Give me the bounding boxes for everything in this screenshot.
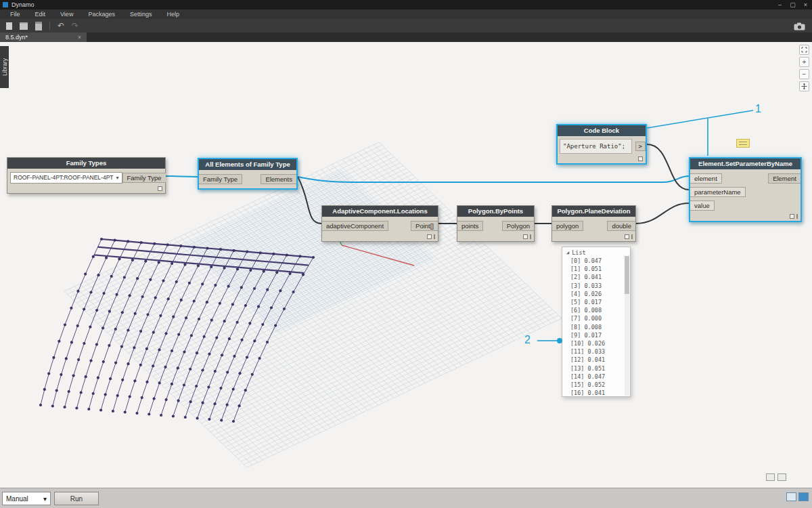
list-row: [5] 0.017 bbox=[562, 298, 630, 306]
library-label: Library bbox=[1, 58, 8, 76]
lacing-icon[interactable] bbox=[625, 234, 629, 239]
expander-icon[interactable]: ◢ bbox=[566, 250, 569, 255]
list-row: [13] 0.051 bbox=[562, 364, 630, 373]
geometry-preview-icon[interactable] bbox=[777, 473, 786, 481]
workspace-tab[interactable]: 8.5.dyn* × bbox=[0, 33, 87, 42]
node-code-block[interactable]: Code Block "Aperture Ratio"; > bbox=[556, 124, 647, 165]
geometry-view-icon[interactable] bbox=[786, 492, 796, 501]
menu-edit[interactable]: Edit bbox=[28, 9, 53, 19]
list-row: [2] 0.041 bbox=[562, 273, 630, 281]
save-icon[interactable] bbox=[35, 22, 42, 30]
run-bar: Manual ▾ Run bbox=[0, 488, 812, 508]
port-out-double[interactable]: double bbox=[607, 221, 635, 231]
menu-bar: File Edit View Packages Settings Help bbox=[0, 9, 812, 19]
menu-help[interactable]: Help bbox=[159, 9, 187, 19]
canvas[interactable] bbox=[0, 42, 812, 488]
node-polygon-planedeviation[interactable]: Polygon.PlaneDeviation polygon double bbox=[551, 205, 636, 242]
pin-icon bbox=[434, 234, 435, 239]
menu-file[interactable]: File bbox=[3, 9, 28, 19]
toolbar: ↶ ↷ bbox=[0, 19, 812, 33]
port-in-points[interactable]: points bbox=[457, 221, 483, 231]
list-row: [14] 0.047 bbox=[562, 373, 630, 381]
port-in-parametername[interactable]: parameterName bbox=[690, 187, 746, 197]
preview-checkbox[interactable] bbox=[158, 186, 162, 191]
port-in-family-type[interactable]: Family Type bbox=[199, 174, 242, 184]
list-row: [3] 0.033 bbox=[562, 282, 630, 290]
port-out-polygon[interactable]: Polygon bbox=[502, 221, 534, 231]
new-file-icon[interactable] bbox=[6, 22, 12, 30]
annotation-marker-1: 1 bbox=[755, 103, 761, 115]
port-out-points[interactable]: Point[] bbox=[411, 221, 438, 231]
chevron-down-icon: ▾ bbox=[43, 495, 47, 503]
pin-icon bbox=[631, 234, 633, 239]
list-row: [15] 0.052 bbox=[562, 381, 630, 389]
pin-icon bbox=[530, 234, 531, 239]
list-row: [6] 0.008 bbox=[562, 306, 630, 314]
undo-icon[interactable]: ↶ bbox=[58, 22, 64, 30]
node-element-setparameterbyname[interactable]: Element.SetParameterByName element Eleme… bbox=[689, 157, 802, 222]
node-title: Family Types bbox=[7, 158, 165, 169]
list-row: [9] 0.017 bbox=[562, 331, 630, 339]
list-row: [10] 0.026 bbox=[562, 339, 630, 347]
tab-close-icon[interactable]: × bbox=[78, 34, 81, 41]
pan-button[interactable] bbox=[799, 81, 809, 91]
lacing-icon[interactable] bbox=[790, 214, 794, 219]
lacing-icon[interactable] bbox=[523, 234, 528, 239]
run-mode-select[interactable]: Manual ▾ bbox=[2, 492, 51, 505]
port-out-elements[interactable]: Elements bbox=[261, 174, 296, 184]
code-block-editor[interactable]: "Aperture Ratio"; bbox=[560, 139, 632, 154]
list-row: [12] 0.041 bbox=[562, 356, 630, 364]
zoom-toolbar: + − bbox=[799, 45, 810, 91]
port-out-code[interactable]: > bbox=[635, 142, 646, 151]
node-adaptivecomponent-locations[interactable]: AdaptiveComponent.Locations adaptiveComp… bbox=[321, 205, 438, 242]
library-flyout-tab[interactable]: Library bbox=[0, 46, 9, 88]
run-button-label: Run bbox=[70, 495, 83, 503]
scrollbar-thumb[interactable] bbox=[625, 256, 629, 294]
zoom-in-button[interactable]: + bbox=[799, 57, 809, 67]
preview-scrollbar[interactable] bbox=[625, 256, 629, 396]
node-title: Element.SetParameterByName bbox=[690, 158, 800, 169]
list-row: [0] 0.047 bbox=[562, 257, 630, 265]
tab-strip: 8.5.dyn* × bbox=[0, 33, 812, 42]
node-title: AdaptiveComponent.Locations bbox=[322, 206, 438, 217]
dropdown-value: ROOF-PANEL-4PT:ROOF-PANEL-4PT bbox=[14, 174, 114, 181]
port-in-value[interactable]: value bbox=[690, 200, 715, 211]
node-polygon-bypoints[interactable]: Polygon.ByPoints points Polygon bbox=[457, 205, 535, 242]
list-row: [8] 0.008 bbox=[562, 323, 630, 331]
node-title: Polygon.ByPoints bbox=[457, 206, 534, 217]
export-image-camera-icon[interactable] bbox=[794, 21, 805, 33]
port-in-adaptivecomponent[interactable]: adaptiveComponent bbox=[322, 221, 388, 231]
app-logo-icon bbox=[3, 2, 8, 7]
run-mode-value: Manual bbox=[6, 495, 28, 503]
zoom-fit-button[interactable] bbox=[799, 45, 809, 55]
node-family-types[interactable]: Family Types ROOF-PANEL-4PT:ROOF-PANEL-4… bbox=[7, 157, 166, 194]
node-title: All Elements of Family Type bbox=[199, 159, 296, 170]
graph-view-icon[interactable] bbox=[798, 492, 809, 501]
lacing-icon[interactable] bbox=[427, 234, 432, 239]
menu-packages[interactable]: Packages bbox=[81, 9, 122, 19]
run-button[interactable]: Run bbox=[54, 492, 99, 505]
chevron-down-icon: ▾ bbox=[116, 175, 119, 181]
port-out-element[interactable]: Element bbox=[768, 173, 800, 184]
port-in-polygon[interactable]: polygon bbox=[552, 221, 583, 231]
maximize-icon[interactable]: ▢ bbox=[786, 1, 799, 9]
note-icon[interactable] bbox=[736, 139, 750, 148]
family-type-dropdown[interactable]: ROOF-PANEL-4PT:ROOF-PANEL-4PT ▾ bbox=[10, 172, 122, 184]
port-out-family-type[interactable]: Family Type bbox=[122, 173, 166, 183]
minimize-icon[interactable]: – bbox=[773, 1, 786, 9]
window-close-icon[interactable]: × bbox=[799, 1, 812, 9]
node-all-elements-of-family-type[interactable]: All Elements of Family Type Family Type … bbox=[198, 158, 298, 190]
window-title: Dynamo bbox=[12, 1, 35, 8]
canvas-corner-icons bbox=[766, 473, 786, 481]
node-title: Code Block bbox=[558, 125, 646, 136]
background-preview-icon[interactable] bbox=[766, 473, 775, 481]
preview-checkbox[interactable] bbox=[638, 156, 643, 161]
tab-label: 8.5.dyn* bbox=[5, 34, 28, 41]
open-file-icon[interactable] bbox=[20, 22, 28, 30]
port-in-element[interactable]: element bbox=[690, 173, 722, 184]
menu-view[interactable]: View bbox=[53, 9, 81, 19]
redo-icon[interactable]: ↷ bbox=[72, 22, 78, 30]
menu-settings[interactable]: Settings bbox=[122, 9, 160, 19]
zoom-out-button[interactable]: − bbox=[799, 69, 809, 79]
list-row: [11] 0.033 bbox=[562, 347, 630, 356]
